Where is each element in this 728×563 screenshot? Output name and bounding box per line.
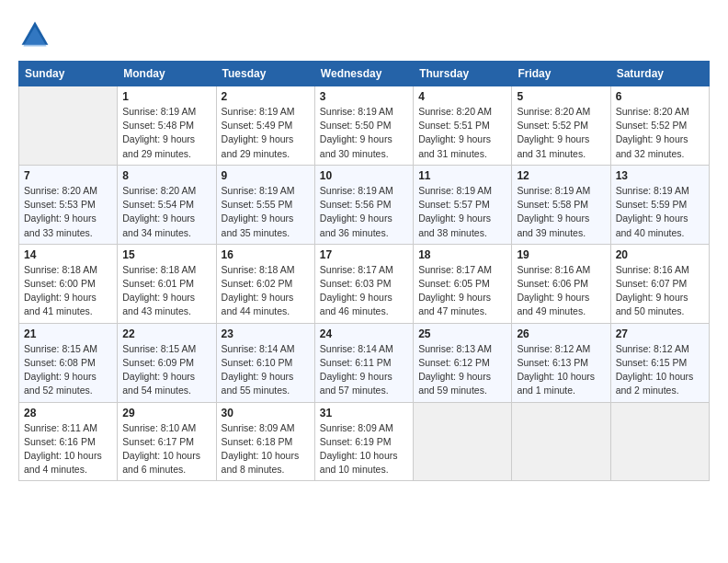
week-row-5: 28Sunrise: 8:11 AMSunset: 6:16 PMDayligh… [19,402,710,481]
day-number: 23 [222,327,310,340]
column-header-thursday: Thursday [414,62,512,86]
calendar-table: SundayMondayTuesdayWednesdayThursdayFrid… [18,61,710,481]
day-number: 22 [122,327,210,340]
day-info: Sunrise: 8:19 AMSunset: 5:49 PMDaylight:… [222,105,310,161]
day-info: Sunrise: 8:15 AMSunset: 6:08 PMDaylight:… [24,342,112,398]
day-info: Sunrise: 8:19 AMSunset: 5:59 PMDaylight:… [616,184,704,240]
day-info: Sunrise: 8:20 AMSunset: 5:54 PMDaylight:… [122,184,210,240]
calendar-cell: 2Sunrise: 8:19 AMSunset: 5:49 PMDaylight… [216,86,314,166]
calendar-cell: 24Sunrise: 8:14 AMSunset: 6:11 PMDayligh… [314,323,413,402]
column-header-sunday: Sunday [19,62,118,86]
calendar-cell: 14Sunrise: 8:18 AMSunset: 6:00 PMDayligh… [19,244,118,323]
day-number: 1 [122,90,210,103]
day-number: 24 [320,327,408,340]
calendar-cell: 16Sunrise: 8:18 AMSunset: 6:02 PMDayligh… [216,244,314,323]
day-number: 26 [517,327,605,340]
calendar-cell: 3Sunrise: 8:19 AMSunset: 5:50 PMDaylight… [314,86,413,166]
day-info: Sunrise: 8:11 AMSunset: 6:16 PMDaylight:… [24,421,112,477]
calendar-cell: 9Sunrise: 8:19 AMSunset: 5:55 PMDaylight… [216,165,314,244]
day-info: Sunrise: 8:16 AMSunset: 6:07 PMDaylight:… [616,263,704,319]
calendar-cell [414,402,512,481]
day-info: Sunrise: 8:14 AMSunset: 6:10 PMDaylight:… [222,342,310,398]
calendar-cell: 26Sunrise: 8:12 AMSunset: 6:13 PMDayligh… [512,323,610,402]
calendar-cell: 6Sunrise: 8:20 AMSunset: 5:52 PMDaylight… [610,86,709,166]
calendar-cell: 10Sunrise: 8:19 AMSunset: 5:56 PMDayligh… [314,165,413,244]
day-number: 19 [517,248,605,261]
column-header-friday: Friday [512,62,610,86]
day-number: 14 [24,248,112,261]
day-number: 27 [616,327,704,340]
day-number: 12 [517,169,605,182]
day-number: 21 [24,327,112,340]
calendar-cell: 22Sunrise: 8:15 AMSunset: 6:09 PMDayligh… [118,323,216,402]
calendar-header: SundayMondayTuesdayWednesdayThursdayFrid… [19,62,710,86]
week-row-3: 14Sunrise: 8:18 AMSunset: 6:00 PMDayligh… [19,244,710,323]
calendar-cell: 4Sunrise: 8:20 AMSunset: 5:51 PMDaylight… [414,86,512,166]
day-number: 3 [320,90,408,103]
week-row-2: 7Sunrise: 8:20 AMSunset: 5:53 PMDaylight… [19,165,710,244]
calendar-cell [512,402,610,481]
day-info: Sunrise: 8:12 AMSunset: 6:13 PMDaylight:… [517,342,605,398]
day-info: Sunrise: 8:16 AMSunset: 6:06 PMDaylight:… [517,263,605,319]
day-number: 16 [222,248,310,261]
day-number: 17 [320,248,408,261]
day-number: 9 [222,169,310,182]
day-number: 29 [122,407,210,419]
day-number: 8 [122,169,210,182]
day-info: Sunrise: 8:17 AMSunset: 6:03 PMDaylight:… [320,263,408,319]
calendar-cell: 30Sunrise: 8:09 AMSunset: 6:18 PMDayligh… [216,402,314,481]
day-number: 25 [418,327,506,340]
day-info: Sunrise: 8:20 AMSunset: 5:52 PMDaylight:… [517,105,605,161]
day-number: 5 [517,90,605,103]
day-number: 13 [616,169,704,182]
page-header [18,18,710,52]
day-info: Sunrise: 8:19 AMSunset: 5:55 PMDaylight:… [222,184,310,240]
day-info: Sunrise: 8:20 AMSunset: 5:51 PMDaylight:… [418,105,506,161]
day-info: Sunrise: 8:18 AMSunset: 6:02 PMDaylight:… [222,263,310,319]
day-info: Sunrise: 8:12 AMSunset: 6:15 PMDaylight:… [616,342,704,398]
day-number: 31 [320,407,408,419]
column-header-tuesday: Tuesday [216,62,314,86]
column-header-monday: Monday [118,62,216,86]
day-number: 28 [24,407,112,419]
day-info: Sunrise: 8:19 AMSunset: 5:48 PMDaylight:… [122,105,210,161]
day-info: Sunrise: 8:19 AMSunset: 5:50 PMDaylight:… [320,105,408,161]
column-header-saturday: Saturday [610,62,709,86]
day-number: 2 [222,90,310,103]
day-info: Sunrise: 8:09 AMSunset: 6:18 PMDaylight:… [222,421,310,477]
calendar-cell: 23Sunrise: 8:14 AMSunset: 6:10 PMDayligh… [216,323,314,402]
day-info: Sunrise: 8:18 AMSunset: 6:00 PMDaylight:… [24,263,112,319]
calendar-cell [19,86,118,166]
calendar-cell: 27Sunrise: 8:12 AMSunset: 6:15 PMDayligh… [610,323,709,402]
day-info: Sunrise: 8:19 AMSunset: 5:56 PMDaylight:… [320,184,408,240]
day-info: Sunrise: 8:13 AMSunset: 6:12 PMDaylight:… [418,342,506,398]
calendar-cell: 1Sunrise: 8:19 AMSunset: 5:48 PMDaylight… [118,86,216,166]
calendar-cell: 19Sunrise: 8:16 AMSunset: 6:06 PMDayligh… [512,244,610,323]
calendar-cell: 15Sunrise: 8:18 AMSunset: 6:01 PMDayligh… [118,244,216,323]
week-row-4: 21Sunrise: 8:15 AMSunset: 6:08 PMDayligh… [19,323,710,402]
logo-icon [18,18,51,52]
calendar-cell: 13Sunrise: 8:19 AMSunset: 5:59 PMDayligh… [610,165,709,244]
header-row: SundayMondayTuesdayWednesdayThursdayFrid… [19,62,710,86]
day-number: 4 [418,90,506,103]
day-info: Sunrise: 8:19 AMSunset: 5:58 PMDaylight:… [517,184,605,240]
day-info: Sunrise: 8:17 AMSunset: 6:05 PMDaylight:… [418,263,506,319]
day-info: Sunrise: 8:09 AMSunset: 6:19 PMDaylight:… [320,421,408,477]
day-number: 20 [616,248,704,261]
calendar-cell: 21Sunrise: 8:15 AMSunset: 6:08 PMDayligh… [19,323,118,402]
calendar-cell: 7Sunrise: 8:20 AMSunset: 5:53 PMDaylight… [19,165,118,244]
day-number: 15 [122,248,210,261]
calendar-cell: 5Sunrise: 8:20 AMSunset: 5:52 PMDaylight… [512,86,610,166]
calendar-cell: 28Sunrise: 8:11 AMSunset: 6:16 PMDayligh… [19,402,118,481]
day-info: Sunrise: 8:20 AMSunset: 5:52 PMDaylight:… [616,105,704,161]
calendar-cell: 20Sunrise: 8:16 AMSunset: 6:07 PMDayligh… [610,244,709,323]
day-number: 10 [320,169,408,182]
calendar-cell: 25Sunrise: 8:13 AMSunset: 6:12 PMDayligh… [414,323,512,402]
column-header-wednesday: Wednesday [314,62,413,86]
day-info: Sunrise: 8:18 AMSunset: 6:01 PMDaylight:… [122,263,210,319]
calendar-cell: 17Sunrise: 8:17 AMSunset: 6:03 PMDayligh… [314,244,413,323]
calendar-cell: 31Sunrise: 8:09 AMSunset: 6:19 PMDayligh… [314,402,413,481]
day-number: 11 [418,169,506,182]
day-info: Sunrise: 8:10 AMSunset: 6:17 PMDaylight:… [122,421,210,477]
week-row-1: 1Sunrise: 8:19 AMSunset: 5:48 PMDaylight… [19,86,710,166]
